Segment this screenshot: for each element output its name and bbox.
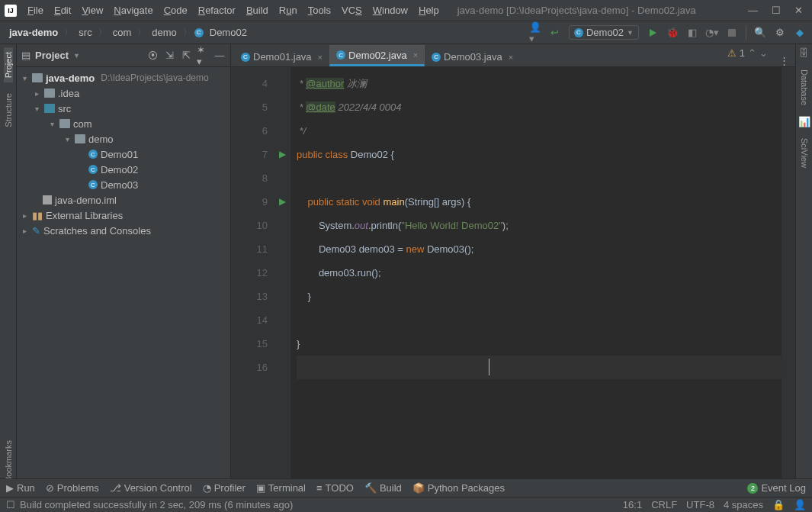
tool-database[interactable]: Database — [800, 65, 809, 110]
coverage-icon[interactable]: ◧ — [686, 27, 698, 39]
menu-help[interactable]: Help — [414, 3, 444, 18]
tree-src[interactable]: ▾src — [17, 101, 230, 116]
tool-profiler[interactable]: ◔ Profiler — [203, 482, 246, 494]
tabs-more-icon[interactable]: ⋮ — [779, 55, 789, 66]
menu-file[interactable]: File — [23, 3, 48, 18]
code-area[interactable]: 45678910111213141516 ▶ ▶ * @author 冰澜 * … — [231, 67, 795, 487]
tab-demo03[interactable]: CDemo03.java× — [425, 47, 520, 66]
menu-code[interactable]: Code — [159, 3, 192, 18]
close-icon[interactable]: ✕ — [794, 5, 803, 16]
status-bar: ☐ Build completed successfully in 2 sec,… — [0, 497, 812, 512]
hide-icon[interactable]: ― — [213, 50, 226, 62]
status-position[interactable]: 16:1 — [623, 499, 642, 510]
plugin-icon[interactable]: ◆ — [794, 27, 806, 39]
editor: CDemo01.java× CDemo02.java× CDemo03.java… — [231, 44, 795, 487]
library-icon: ▮▮ — [32, 210, 43, 221]
tool-todo[interactable]: ≡ TODO — [316, 482, 354, 494]
inspection-widget[interactable]: ⚠ 1 ⌃ ⌄ — [727, 47, 768, 59]
scratch-icon: ✎ — [32, 225, 40, 237]
status-line-sep[interactable]: CRLF — [651, 499, 677, 510]
next-highlight-icon[interactable]: ⌄ — [759, 47, 768, 59]
database-icon[interactable]: 🗄 — [799, 47, 809, 59]
stop-icon[interactable] — [726, 27, 738, 39]
menu-window[interactable]: Window — [368, 3, 412, 18]
tool-sciview[interactable]: SciView — [800, 134, 809, 172]
class-icon: C — [574, 28, 583, 37]
readonly-icon[interactable]: 🔒 — [772, 499, 785, 510]
tool-project[interactable]: Project — [4, 47, 13, 82]
warning-count: 1 — [740, 47, 745, 59]
expand-all-icon[interactable]: ⇲ — [163, 50, 175, 62]
tree-iml[interactable]: java-demo.iml — [17, 192, 230, 208]
navigation-bar: java-demo〉 src〉 com〉 demo〉 C Demo02 👤▾ ↩… — [0, 21, 812, 44]
crumb-com[interactable]: com — [110, 25, 135, 40]
tool-build[interactable]: 🔨 Build — [364, 482, 402, 494]
status-indent[interactable]: 4 spaces — [724, 499, 763, 510]
back-run-icon[interactable]: ↩ — [549, 27, 561, 39]
menu-view[interactable]: View — [77, 3, 108, 18]
tree-ext-lib[interactable]: ▸▮▮External Libraries — [17, 208, 230, 223]
tree-demo03[interactable]: CDemo03 — [17, 177, 230, 192]
menu-edit[interactable]: Edit — [50, 3, 75, 18]
tool-event-log[interactable]: 2 Event Log — [747, 482, 806, 494]
tool-vcs[interactable]: ⎇ Version Control — [110, 482, 192, 494]
profile-icon[interactable]: ◔▾ — [706, 27, 718, 39]
tool-run[interactable]: ▶ Run — [6, 482, 35, 494]
tool-structure[interactable]: Structure — [4, 89, 13, 132]
svg-rect-0 — [728, 29, 736, 37]
select-opened-icon[interactable]: ⦿ — [146, 50, 159, 62]
collapse-all-icon[interactable]: ⇱ — [180, 50, 192, 62]
tree-demo01[interactable]: CDemo01 — [17, 147, 230, 162]
search-icon[interactable]: 🔍 — [754, 27, 766, 39]
status-encoding[interactable]: UTF-8 — [686, 499, 714, 510]
tree-demo[interactable]: ▾demo — [17, 131, 230, 147]
gear-icon[interactable]: ⚙ — [774, 27, 786, 39]
menu-run[interactable]: Run — [274, 3, 302, 18]
close-tab-icon[interactable]: × — [318, 53, 323, 62]
ide-status-icon[interactable]: 👤 — [794, 499, 806, 510]
tool-problems[interactable]: ⊘ Problems — [46, 482, 99, 494]
tab-demo01[interactable]: CDemo01.java× — [234, 47, 329, 66]
maximize-icon[interactable]: ☐ — [772, 5, 781, 16]
tree-root[interactable]: ▾ java-demo D:\IdeaProjects\java-demo — [17, 70, 230, 85]
tree-demo02[interactable]: CDemo02 — [17, 162, 230, 177]
editor-tabs: CDemo01.java× CDemo02.java× CDemo03.java… — [231, 44, 795, 67]
project-tree: ▾ java-demo D:\IdeaProjects\java-demo ▸.… — [17, 67, 230, 241]
crumb-project[interactable]: java-demo — [6, 25, 61, 40]
run-gutter[interactable]: ▶ ▶ — [274, 67, 290, 487]
crumb-src[interactable]: src — [75, 25, 95, 40]
user-icon[interactable]: 👤▾ — [529, 27, 541, 39]
project-title[interactable]: Project — [35, 50, 69, 61]
close-tab-icon[interactable]: × — [509, 53, 513, 62]
menu-build[interactable]: Build — [242, 3, 273, 18]
tree-scratches[interactable]: ▸✎Scratches and Consoles — [17, 223, 230, 238]
tool-terminal[interactable]: ▣ Terminal — [256, 482, 306, 494]
sciview-icon[interactable]: 📊 — [798, 116, 810, 127]
close-tab-icon[interactable]: × — [413, 50, 418, 60]
settings-icon[interactable]: ✶ ▾ — [197, 50, 209, 62]
run-class-icon[interactable]: ▶ — [274, 143, 290, 166]
debug-icon[interactable]: 🐞 — [666, 27, 679, 39]
menu-refactor[interactable]: Refactor — [194, 3, 240, 18]
status-icon[interactable]: ☐ — [6, 499, 15, 510]
minimize-icon[interactable]: ― — [748, 5, 758, 16]
crumb-file[interactable]: Demo02 — [207, 25, 250, 40]
code-text[interactable]: * @author 冰澜 * @date 2022/4/4 0004 */ pu… — [290, 67, 782, 487]
crumb-demo[interactable]: demo — [149, 25, 180, 40]
prev-highlight-icon[interactable]: ⌃ — [748, 47, 756, 59]
app-logo-icon: IJ — [5, 5, 17, 17]
line-gutter[interactable]: 45678910111213141516 — [231, 67, 274, 487]
warning-icon: ⚠ — [727, 47, 737, 59]
run-icon[interactable] — [647, 27, 659, 39]
tab-demo02[interactable]: CDemo02.java× — [329, 45, 425, 66]
tree-root-name: java-demo — [46, 72, 95, 84]
menu-tools[interactable]: Tools — [303, 3, 335, 18]
tree-com[interactable]: ▾com — [17, 116, 230, 131]
tool-python-pkg[interactable]: 📦 Python Packages — [412, 482, 505, 494]
tree-idea[interactable]: ▸.idea — [17, 85, 230, 101]
run-method-icon[interactable]: ▶ — [274, 190, 290, 214]
menu-navigate[interactable]: Navigate — [109, 3, 157, 18]
menu-vcs[interactable]: VCS — [337, 3, 367, 18]
run-config-select[interactable]: C Demo02 ▼ — [569, 25, 639, 40]
window-title: java-demo [D:\IdeaProjects\java-demo] - … — [457, 5, 748, 16]
